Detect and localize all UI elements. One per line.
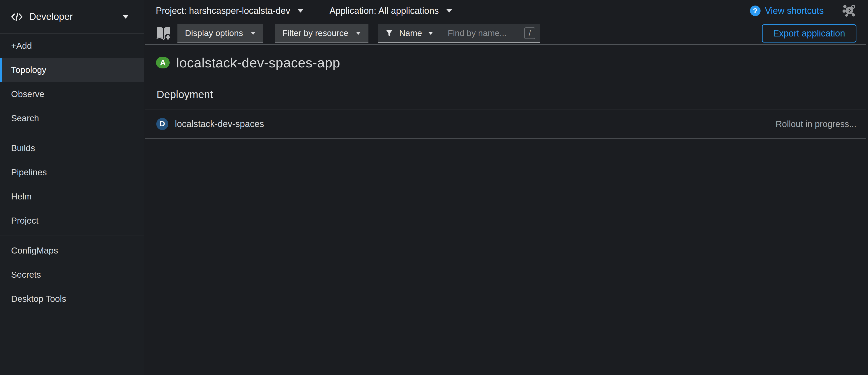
sidebar-item-pipelines[interactable]: Pipelines [0,160,144,184]
application-selector[interactable]: Application: All applications [330,5,452,16]
sidebar-section: +AddTopologyObserveSearch [0,34,144,130]
topology-toolbar: Display options Filter by resource Name … [145,23,868,45]
application-badge: A [156,57,169,68]
funnel-filter-icon [385,29,393,37]
application-selector-label: Application: All applications [330,5,439,16]
sidebar-item-desktop-tools[interactable]: Desktop Tools [0,287,144,311]
sidebar-item-search[interactable]: Search [0,106,144,130]
scrollbar-gutter[interactable] [866,22,868,375]
view-shortcuts-label: View shortcuts [765,5,824,16]
resource-row[interactable]: Dlocalstack-dev-spacesRollout in progres… [145,109,868,139]
sidebar-item-helm[interactable]: Helm [0,184,144,208]
project-selector[interactable]: Project: harshcasper-localsta-dev [156,5,303,16]
sidebar-section: BuildsPipelinesHelmProject [0,133,144,233]
sidebar: Developer +AddTopologyObserveSearchBuild… [0,0,144,375]
deployment-badge: D [156,118,168,130]
perspective-label: Developer [29,11,73,22]
project-selector-label: Project: harshcasper-localsta-dev [156,5,290,16]
perspective-switcher[interactable]: Developer [0,0,144,34]
filter-by-resource-label: Filter by resource [282,28,348,38]
resource-status-text: Rollout in progress... [776,119,857,129]
display-options-label: Display options [185,28,243,38]
sidebar-item-observe[interactable]: Observe [0,82,144,106]
sidebar-item-add[interactable]: +Add [0,34,144,58]
quick-search-book-icon[interactable] [155,26,172,41]
application-title-row: A localstack-dev-spaces-app [156,55,340,70]
find-by-name-input[interactable] [441,24,524,42]
sidebar-item-configmaps[interactable]: ConfigMaps [0,238,144,263]
resource-group-heading: Deployment [157,89,213,101]
help-icon: ? [750,5,761,16]
chevron-down-icon [356,32,361,35]
application-name: localstack-dev-spaces-app [176,55,340,70]
slash-shortcut-badge: / [524,27,535,39]
filter-type-label: Name [399,28,422,38]
view-shortcuts-link[interactable]: ? View shortcuts [750,5,824,16]
sidebar-nav: +AddTopologyObserveSearchBuildsPipelines… [0,34,144,311]
code-icon [11,12,23,22]
sidebar-item-project[interactable]: Project [0,208,144,233]
chevron-down-icon [123,15,129,19]
sidebar-item-secrets[interactable]: Secrets [0,263,144,287]
chevron-down-icon [446,9,452,12]
chevron-down-icon [428,32,433,35]
topbar-right: ? View shortcuts [750,4,857,17]
chevron-down-icon [251,32,256,35]
sidebar-item-builds[interactable]: Builds [0,136,144,160]
topbar: Project: harshcasper-localsta-dev Applic… [145,0,868,22]
resource-name-link[interactable]: localstack-dev-spaces [175,119,264,129]
chevron-down-icon [298,9,303,12]
topology-network-icon[interactable] [842,4,856,17]
export-application-button[interactable]: Export application [762,24,857,42]
display-options-dropdown[interactable]: Display options [178,24,263,43]
sidebar-section: ConfigMapsSecretsDesktop Tools [0,235,144,311]
filter-by-resource-dropdown[interactable]: Filter by resource [275,24,369,43]
sidebar-item-topology[interactable]: Topology [0,58,144,82]
resource-list: Dlocalstack-dev-spacesRollout in progres… [145,109,868,139]
name-filter-group: Name / [378,24,540,43]
filter-type-dropdown[interactable]: Name [378,24,441,42]
